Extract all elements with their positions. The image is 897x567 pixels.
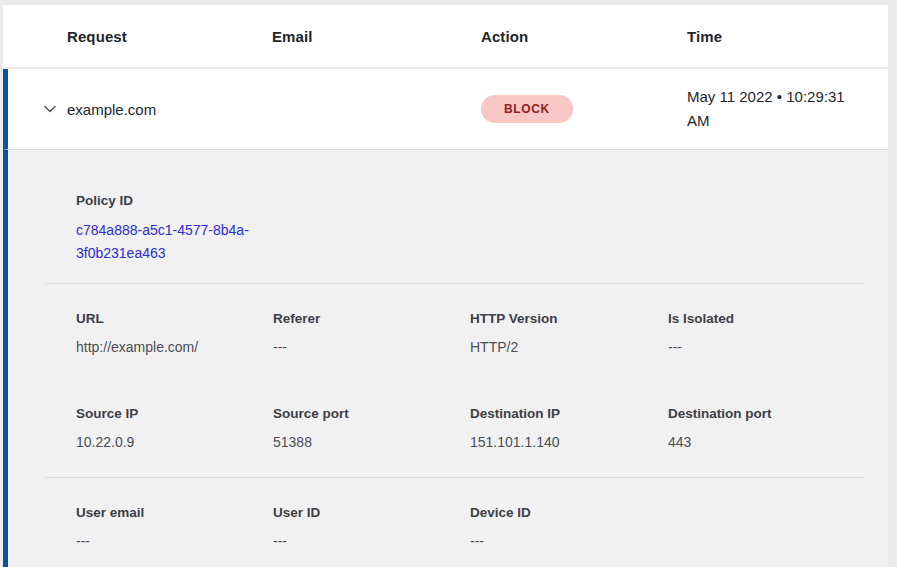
time-cell: May 11 2022 • 10:29:31 AM	[687, 85, 859, 133]
policy-id-link[interactable]: c784a888-a5c1-4577-8b4a-3f0b231ea463	[76, 219, 281, 265]
column-header-time: Time	[687, 28, 888, 45]
field-device-id-value: ---	[470, 533, 668, 549]
log-table-row[interactable]: example.com BLOCK May 11 2022 • 10:29:31…	[3, 69, 888, 150]
field-destination-ip: Destination IP 151.101.1.140	[470, 406, 668, 450]
field-is-isolated-label: Is Isolated	[668, 311, 888, 327]
field-is-isolated: Is Isolated ---	[668, 311, 888, 355]
column-header-email: Email	[272, 28, 481, 45]
divider	[45, 283, 865, 284]
detail-row-user-info: User email --- User ID --- Device ID ---	[76, 505, 888, 549]
divider	[45, 477, 865, 478]
field-user-id: User ID ---	[273, 505, 470, 549]
policy-id-field: Policy ID c784a888-a5c1-4577-8b4a-3f0b23…	[76, 193, 286, 265]
table-header: Request Email Action Time	[3, 5, 888, 68]
field-source-port: Source port 51388	[273, 406, 470, 450]
policy-id-label: Policy ID	[76, 193, 286, 209]
row-details-panel: Policy ID c784a888-a5c1-4577-8b4a-3f0b23…	[3, 150, 888, 567]
field-http-version-label: HTTP Version	[470, 311, 668, 327]
field-user-id-value: ---	[273, 533, 470, 549]
field-user-email: User email ---	[76, 505, 273, 549]
field-destination-port-label: Destination port	[668, 406, 888, 422]
field-source-ip-value: 10.22.0.9	[76, 434, 273, 450]
chevron-down-icon[interactable]	[41, 100, 59, 118]
activity-log-card: Request Email Action Time example.com BL…	[3, 5, 888, 567]
field-source-port-label: Source port	[273, 406, 470, 422]
field-http-version: HTTP Version HTTP/2	[470, 311, 668, 355]
field-user-id-label: User ID	[273, 505, 470, 521]
field-referer-value: ---	[273, 339, 470, 355]
column-header-action: Action	[481, 28, 687, 45]
field-destination-ip-label: Destination IP	[470, 406, 668, 422]
block-status-badge: BLOCK	[481, 95, 573, 123]
field-destination-port: Destination port 443	[668, 406, 888, 450]
field-source-ip: Source IP 10.22.0.9	[76, 406, 273, 450]
field-destination-ip-value: 151.101.1.140	[470, 434, 668, 450]
field-is-isolated-value: ---	[668, 339, 888, 355]
detail-row-network-info: Source IP 10.22.0.9 Source port 51388 De…	[76, 406, 888, 450]
field-url-label: URL	[76, 311, 273, 327]
field-url-value: http://example.com/	[76, 339, 273, 355]
field-user-email-label: User email	[76, 505, 273, 521]
field-url: URL http://example.com/	[76, 311, 273, 355]
field-referer: Referer ---	[273, 311, 470, 355]
field-referer-label: Referer	[273, 311, 470, 327]
field-device-id: Device ID ---	[470, 505, 668, 549]
request-cell: example.com	[67, 101, 272, 118]
field-device-id-label: Device ID	[470, 505, 668, 521]
field-source-ip-label: Source IP	[76, 406, 273, 422]
field-destination-port-value: 443	[668, 434, 888, 450]
column-header-request: Request	[67, 28, 272, 45]
action-cell: BLOCK	[481, 95, 687, 123]
field-source-port-value: 51388	[273, 434, 470, 450]
field-user-email-value: ---	[76, 533, 273, 549]
detail-row-request-info: URL http://example.com/ Referer --- HTTP…	[76, 311, 888, 355]
field-http-version-value: HTTP/2	[470, 339, 668, 355]
